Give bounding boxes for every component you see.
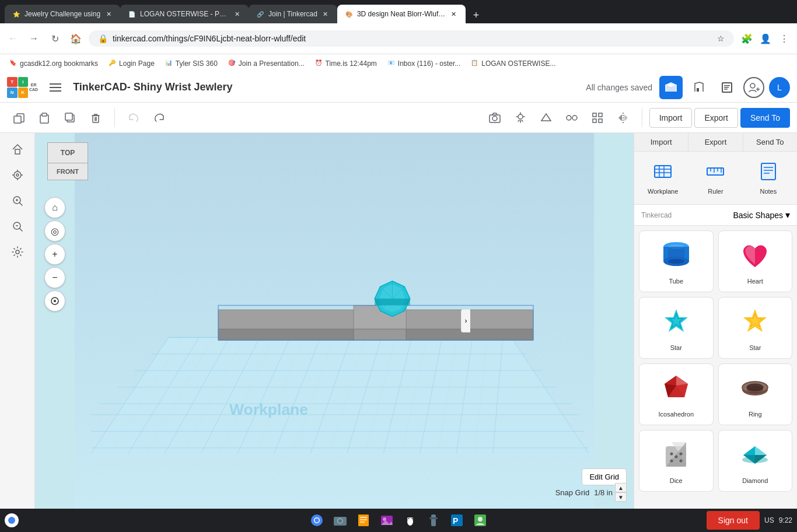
bookmark-4[interactable]: 🎯 Join a Presentation... (223, 57, 309, 70)
bookmark-1[interactable]: 🔖 gcasdk12.org bookmarks (5, 57, 103, 70)
home-nav-button[interactable]: ⌂ (44, 197, 65, 218)
tab-2-favicon: 📄 (127, 9, 137, 19)
tab-3[interactable]: 🔗 Join | Tinkercad ✕ (249, 5, 337, 23)
viewport[interactable]: Workplane TOP FRONT ⌂ ◎ + − Edit Gri (35, 133, 634, 509)
snap-value[interactable]: 1/8 in ▲ ▼ (594, 483, 627, 502)
diamond-icon (737, 438, 772, 473)
menu-icon[interactable]: ⋮ (776, 30, 792, 47)
send-to-button[interactable]: Send To (740, 108, 790, 128)
settings-button[interactable] (6, 240, 29, 264)
shape-heart[interactable]: Heart (718, 230, 793, 292)
sign-out-button[interactable]: Sign out (707, 511, 760, 530)
shape-tube[interactable]: Tube (639, 230, 714, 292)
shape-dice[interactable]: Dice (639, 430, 714, 492)
system-orb[interactable] (5, 513, 19, 527)
tinkercad-logo[interactable]: T I N K ERCAD (7, 77, 38, 98)
zoom-out-nav-button[interactable]: − (44, 267, 65, 288)
pearson-icon[interactable]: P (446, 510, 467, 531)
import-button[interactable]: Import (649, 108, 693, 128)
undo-button[interactable] (122, 106, 145, 130)
camera-button[interactable] (483, 106, 506, 130)
tab-4-close[interactable]: ✕ (449, 9, 459, 19)
svg-rect-114 (761, 163, 775, 180)
bookmark-3[interactable]: 📊 Tyler SIS 360 (160, 57, 222, 70)
copy-button[interactable] (7, 106, 30, 130)
bookmark-6[interactable]: 📧 Inbox (116) - oster... (383, 57, 465, 70)
tab-1-close[interactable]: ✕ (104, 9, 113, 19)
shapes-dropdown[interactable]: Basic Shapes ▾ (733, 209, 790, 220)
google-account-icon[interactable]: 👤 (757, 30, 774, 47)
export-button[interactable]: Export (694, 108, 737, 128)
zoom-in-nav-button[interactable]: + (44, 244, 65, 265)
snap-grid-label: Snap Grid (555, 488, 590, 497)
panel-send-to-button[interactable]: Send To (743, 133, 797, 151)
add-user-button[interactable] (743, 77, 764, 98)
tab-1[interactable]: ⭐ Jewelry Challenge using ✕ (5, 5, 120, 23)
people-icon[interactable] (470, 510, 491, 531)
code-view-button[interactable] (715, 76, 739, 99)
tab-3-close[interactable]: ✕ (321, 9, 330, 19)
camera-taskbar-icon[interactable] (330, 510, 351, 531)
build-view-button[interactable] (687, 76, 711, 99)
new-tab-button[interactable]: + (468, 7, 484, 23)
view-cube[interactable]: TOP FRONT (44, 142, 91, 189)
zoom-in-button[interactable] (6, 189, 29, 212)
tab-4[interactable]: 🎨 3D design Neat Blorr-Wluff | Tink... ✕ (337, 5, 466, 23)
snap-down-arrow[interactable]: ▼ (615, 492, 627, 502)
tab-2-close[interactable]: ✕ (232, 9, 242, 19)
view-mode-button[interactable] (44, 290, 65, 312)
fit-all-button[interactable]: ◎ (44, 220, 65, 242)
3d-view-button[interactable] (659, 76, 683, 99)
cube-front[interactable]: FRONT (47, 163, 88, 180)
grid-align-button[interactable] (586, 106, 609, 130)
panel-export-button[interactable]: Export (688, 133, 743, 151)
svg-marker-151 (755, 446, 767, 455)
bookmark-5[interactable]: ⏰ Time.is 12:44pm (310, 57, 382, 70)
address-bar: ← → ↻ 🏠 🔒 tinkercad.com/things/cF9IN6Ljc… (0, 23, 797, 54)
snap-up-arrow[interactable]: ▲ (615, 483, 627, 492)
user-avatar[interactable]: L (769, 77, 790, 98)
redo-button[interactable] (148, 106, 171, 130)
duplicate-button[interactable] (58, 106, 82, 130)
svg-point-146 (679, 453, 682, 456)
focus-button[interactable] (6, 163, 29, 187)
home-view-button[interactable] (6, 138, 29, 161)
tab-workplane[interactable]: Workplane (639, 156, 687, 200)
paste-button[interactable] (33, 106, 56, 130)
light-button[interactable] (509, 106, 532, 130)
wrench-icon[interactable] (423, 510, 444, 531)
back-button[interactable]: ← (5, 30, 21, 47)
shape-icosahedron[interactable]: Icosahedron (639, 363, 714, 425)
menu-button[interactable] (45, 77, 66, 98)
delete-button[interactable] (84, 106, 107, 130)
shape-star-yellow[interactable]: Star (718, 297, 793, 359)
chrome-icon[interactable] (306, 510, 327, 531)
url-bar[interactable]: 🔒 tinkercad.com/things/cF9IN6Ljcbt-neat-… (89, 30, 734, 47)
star-bookmark-icon[interactable]: ☆ (717, 34, 725, 43)
svg-point-37 (16, 174, 19, 176)
tab-ruler[interactable]: Ruler (691, 156, 739, 200)
mirror-button[interactable] (611, 106, 635, 130)
files-icon[interactable] (353, 510, 374, 531)
penguin-icon[interactable] (400, 510, 421, 531)
panel-toggle-button[interactable]: › (461, 309, 470, 332)
refresh-button[interactable]: ↻ (47, 30, 63, 47)
shape-ring[interactable]: Ring (718, 363, 793, 425)
tab-2[interactable]: 📄 LOGAN OSTERWISE - Photo Doc... ✕ (120, 5, 249, 23)
zoom-out-button[interactable] (6, 215, 29, 238)
tab-3-title: Join | Tinkercad (268, 10, 317, 18)
shape-toggle-button[interactable] (534, 106, 558, 130)
ruler-tab-label: Ruler (708, 188, 723, 195)
shape-star-blue[interactable]: Star (639, 297, 714, 359)
cube-top[interactable]: TOP (47, 142, 88, 163)
home-button[interactable]: 🏠 (68, 30, 84, 47)
more-shapes-button[interactable] (560, 106, 583, 130)
forward-button[interactable]: → (26, 30, 42, 47)
bookmark-7[interactable]: 📋 LOGAN OSTERWISE... (466, 57, 560, 70)
extensions-icon[interactable]: 🧩 (739, 30, 755, 47)
tab-notes[interactable]: Notes (744, 156, 792, 200)
photos-icon[interactable] (376, 510, 397, 531)
panel-import-button[interactable]: Import (634, 133, 688, 151)
bookmark-2[interactable]: 🔑 Login Page (104, 57, 159, 70)
shape-diamond[interactable]: Diamond (718, 430, 793, 492)
